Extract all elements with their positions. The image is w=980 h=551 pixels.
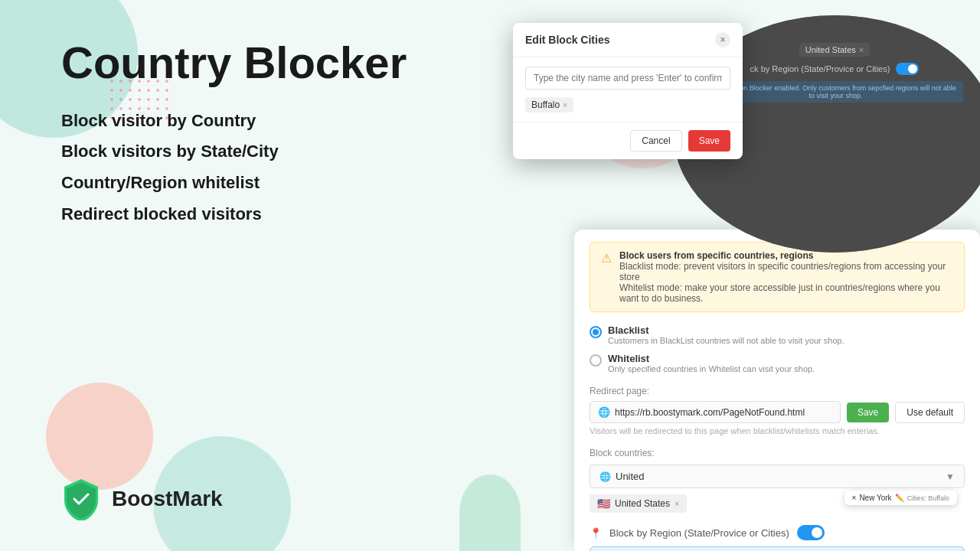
redirect-label: Redirect page: [590,386,965,396]
oval-country-tag-label: United States [805,45,856,54]
blacklist-radio[interactable] [590,326,602,338]
region-toggle-switch[interactable] [797,525,825,540]
blacklist-label: Blacklist [608,324,844,336]
edit-dialog-title: Edit Block Cities [525,34,609,46]
globe-small-icon: 🌐 [599,471,611,482]
country-tag-remove[interactable]: × [675,499,679,508]
whitelist-desc: Only specified countries in Whitelist ca… [608,364,815,373]
feature-item-2: Block visitors by State/City [61,141,436,163]
info-whitelist-desc: Whitelist mode: make your store accessib… [619,282,940,304]
us-flag-icon: 🇺🇸 [597,497,610,510]
oval-toggle-row: ck by Region (State/Provice or Cities) [750,63,920,75]
whitelist-label-group: Whitelist Only specified countries in Wh… [608,353,815,373]
city-name-input[interactable] [525,67,730,90]
block-countries-label: Block countries: [590,448,965,458]
edit-dialog-close-button[interactable]: × [715,32,730,47]
redirect-input-wrap: 🌐 https://rb.boostymark.com/PageNotFound… [590,401,841,423]
country-tag-us: 🇺🇸 United States × [590,494,687,513]
ny-tag: × New York ✏️ Cities: Buffalo [844,491,957,505]
whitelist-option[interactable]: Whitelist Only specified countries in Wh… [590,353,965,373]
brand-name: BoostMark [112,487,223,511]
block-region-section: 📍 Block by Region (State/Provice or Citi… [590,525,965,551]
country-tag-name: United States [615,498,670,509]
ny-tag-label: New York [859,494,891,502]
city-tag-buffalo: Buffalo × [525,97,573,112]
region-toggle-label: Block by Region (State/Provice or Cities… [609,527,789,539]
page-title: Country Blocker [61,38,436,87]
brand-shield-icon [61,478,101,520]
country-select[interactable]: 🌐 United ▼ [590,465,965,488]
blacklist-label-group: Blacklist Customers in BlackList countri… [608,324,844,345]
edit-dialog-body: Buffalo × [513,57,743,122]
edit-dialog-footer: Cancel Save [513,122,743,159]
whitelist-label: Whitelist [608,353,815,364]
region-toggle-row: 📍 Block by Region (State/Provice or Citi… [590,525,965,540]
redirect-save-button[interactable]: Save [847,403,889,422]
redirect-section: Redirect page: 🌐 https://rb.boostymark.c… [590,386,965,435]
feature-item-3: Country/Region whitelist [61,172,436,194]
city-tag-label: Buffalo [531,99,560,110]
whitelist-radio[interactable] [590,354,602,367]
redirect-url: https://rb.boostymark.com/PageNotFound.h… [615,407,832,418]
country-select-value: United [616,471,645,482]
chevron-down-icon: ▼ [946,471,955,482]
mode-radio-group: Blacklist Customers in BlackList countri… [590,324,965,373]
feature-item-1: Block visitor by Country [61,110,436,132]
info-icon: ⚠ [601,251,612,304]
close-icon: × [720,34,725,45]
oval-info-text: Region Blocker enabled. Only customers f… [726,84,956,99]
use-default-button[interactable]: Use default [895,402,965,423]
city-tag-remove[interactable]: × [563,101,567,109]
country-select-left: 🌐 United [599,471,645,482]
info-box-text: Block users from specific countries, reg… [619,250,953,304]
redirect-row: 🌐 https://rb.boostymark.com/PageNotFound… [590,401,965,423]
region-info-box: ℹ Region Blocker enabled. Only customers… [590,546,965,551]
blacklist-desc: Customers in BlackList countries will no… [608,336,844,345]
oval-country-row: United States × [799,43,870,57]
ny-tag-close[interactable]: × [852,494,857,502]
city-tags-container: Buffalo × [525,97,730,112]
map-pin-icon: 📍 [590,527,602,539]
features-list: Block visitor by Country Block visitors … [61,110,436,234]
left-panel: Country Blocker Block visitor by Country… [0,0,482,551]
redirect-hint: Visitors will be redirected to this page… [590,426,965,435]
ny-city-label: Cities: Buffalo [907,494,949,502]
right-panel: United States × ck by Region (State/Prov… [475,0,980,551]
globe-icon: 🌐 [598,406,610,418]
edit-dialog-header: Edit Block Cities × [513,23,743,57]
oval-info-bar: ℹ️ Region Blocker enabled. Only customer… [706,81,963,103]
oval-toggle-switch[interactable] [896,63,919,75]
oval-toggle-label: ck by Region (State/Provice or Cities) [750,64,890,73]
feature-item-4: Redirect blocked visitors [61,204,436,226]
save-button[interactable]: Save [688,130,730,152]
edit-dialog: Edit Block Cities × Buffalo × Cancel Sav… [513,23,743,159]
cancel-button[interactable]: Cancel [630,130,681,152]
info-blacklist-desc: Blacklist mode: prevent visitors in spec… [619,261,946,282]
ny-edit-icon[interactable]: ✏️ [895,494,904,502]
brand-logo: BoostMark [61,478,436,520]
oval-country-close[interactable]: × [859,45,864,54]
blacklist-option[interactable]: Blacklist Customers in BlackList countri… [590,324,965,345]
oval-country-tag: United States × [799,43,870,57]
